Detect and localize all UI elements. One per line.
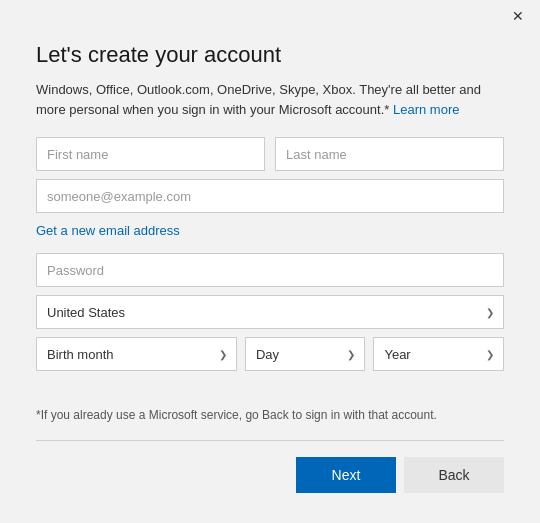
- last-name-input[interactable]: [275, 137, 504, 171]
- first-name-input[interactable]: [36, 137, 265, 171]
- name-row: [36, 137, 504, 171]
- new-email-link[interactable]: Get a new email address: [36, 223, 180, 238]
- page-title: Let's create your account: [36, 42, 504, 68]
- birth-day-select[interactable]: Day 12345 678910 1112131415 1617181920 2…: [245, 337, 366, 371]
- description-text: Windows, Office, Outlook.com, OneDrive, …: [36, 80, 504, 119]
- new-email-row: Get a new email address: [36, 221, 504, 239]
- button-row: Next Back: [36, 457, 504, 503]
- birth-row: Birth month January February March April…: [36, 337, 504, 371]
- birth-month-select[interactable]: Birth month January February March April…: [36, 337, 237, 371]
- password-row: [36, 253, 504, 287]
- learn-more-link[interactable]: Learn more: [393, 102, 459, 117]
- password-input[interactable]: [36, 253, 504, 287]
- country-select[interactable]: United States Canada United Kingdom Aust…: [36, 295, 504, 329]
- birth-day-wrapper: Day 12345 678910 1112131415 1617181920 2…: [245, 337, 366, 371]
- main-window: ✕ Let's create your account Windows, Off…: [0, 0, 540, 523]
- birth-year-select[interactable]: Year 20262025202420232022202120202019201…: [373, 337, 504, 371]
- close-icon: ✕: [512, 8, 524, 24]
- country-row: United States Canada United Kingdom Aust…: [36, 295, 504, 329]
- country-select-wrapper: United States Canada United Kingdom Aust…: [36, 295, 504, 329]
- content-area: Let's create your account Windows, Offic…: [0, 32, 540, 523]
- close-button[interactable]: ✕: [504, 2, 532, 30]
- email-row: [36, 179, 504, 213]
- title-bar: ✕: [0, 0, 540, 32]
- email-input[interactable]: [36, 179, 504, 213]
- back-button[interactable]: Back: [404, 457, 504, 493]
- footer-note: *If you already use a Microsoft service,…: [36, 407, 504, 424]
- birth-year-wrapper: Year 20262025202420232022202120202019201…: [373, 337, 504, 371]
- next-button[interactable]: Next: [296, 457, 396, 493]
- divider: [36, 440, 504, 441]
- birth-month-wrapper: Birth month January February March April…: [36, 337, 237, 371]
